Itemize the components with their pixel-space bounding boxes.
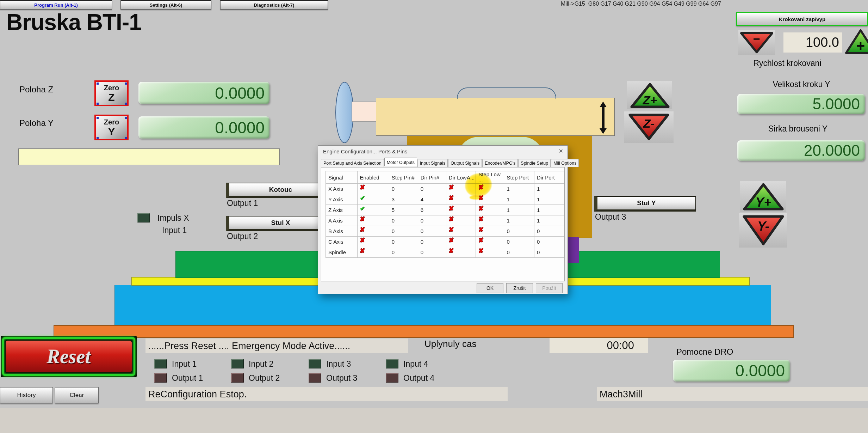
enabled-check-icon[interactable]: ✔ xyxy=(360,205,365,212)
toggle-cell[interactable]: ✘ xyxy=(357,237,389,247)
toggle-cell[interactable]: ✘ xyxy=(446,205,476,215)
jog-rate-plus-button[interactable]: + xyxy=(845,28,868,55)
tab-program-run[interactable]: Program Run (Alt-1) xyxy=(0,0,112,10)
z-plus-jog-button[interactable]: Z+ xyxy=(629,82,671,109)
apply-button[interactable]: Použít xyxy=(536,283,563,293)
stul-x-button[interactable]: Stul X xyxy=(226,216,333,231)
disabled-cross-icon[interactable]: ✘ xyxy=(449,216,454,222)
dialog-tab-motor-outputs[interactable]: Motor Outputs xyxy=(384,158,417,166)
disabled-cross-icon[interactable]: ✘ xyxy=(449,205,454,212)
history-button[interactable]: History xyxy=(0,387,53,403)
enabled-check-icon[interactable]: ✔ xyxy=(360,195,365,201)
table-row[interactable]: C Axis✘00✘✘00 xyxy=(326,237,564,247)
disabled-cross-icon[interactable]: ✘ xyxy=(449,195,454,201)
close-icon[interactable]: ✕ xyxy=(559,148,563,154)
disabled-cross-icon[interactable]: ✘ xyxy=(360,237,365,244)
output-led xyxy=(386,373,398,383)
disabled-cross-icon[interactable]: ✘ xyxy=(478,205,483,212)
disabled-cross-icon[interactable]: ✘ xyxy=(478,237,483,244)
dro-poloha-z[interactable]: 0.0000 xyxy=(138,82,269,104)
tab-diagnostics[interactable]: Diagnostics (Alt-7) xyxy=(220,0,328,10)
step-pin-cell: 0 xyxy=(389,237,418,247)
zero-y-button[interactable]: Zero Y xyxy=(94,115,129,140)
disabled-cross-icon[interactable]: ✘ xyxy=(478,248,483,254)
clear-button[interactable]: Clear xyxy=(55,387,99,403)
jog-rate-display[interactable]: 100.0 xyxy=(783,32,842,53)
toggle-cell[interactable]: ✘ xyxy=(476,247,504,258)
status-message-bar: ......Press Reset .... Emergency Mode Ac… xyxy=(145,339,408,353)
toggle-cell[interactable]: ✘ xyxy=(476,205,504,215)
dro-step-size[interactable]: 5.0000 xyxy=(737,94,865,114)
table-row[interactable]: Spindle✘00✘✘00 xyxy=(326,247,564,258)
table-row[interactable]: Z Axis✔56✘✘11 xyxy=(326,205,564,215)
disabled-cross-icon[interactable]: ✘ xyxy=(360,184,365,191)
toggle-cell[interactable]: ✘ xyxy=(446,226,476,237)
y-minus-jog-button[interactable]: Y- xyxy=(741,214,786,247)
elapsed-time-display: 00:00 xyxy=(550,338,648,353)
disabled-cross-icon[interactable]: ✘ xyxy=(449,226,454,233)
stul-y-button[interactable]: Stul Y xyxy=(594,196,696,212)
disabled-cross-icon[interactable]: ✘ xyxy=(449,248,454,254)
dialog-tab-port-setup-and-axis-selection[interactable]: Port Setup and Axis Selection xyxy=(321,159,384,167)
toggle-cell[interactable]: ✘ xyxy=(357,184,389,194)
toggle-cell[interactable]: ✘ xyxy=(446,184,476,194)
disabled-cross-icon[interactable]: ✘ xyxy=(478,184,483,191)
dialog-tab-mill-options[interactable]: Mill Options xyxy=(551,159,579,167)
table-row[interactable]: X Axis✘00✘✘11 xyxy=(326,184,564,194)
toggle-cell[interactable]: ✘ xyxy=(476,215,504,226)
aux-dro-label: Pomocne DRO xyxy=(676,347,733,357)
zero-z-button[interactable]: Zero Z xyxy=(94,80,129,106)
disabled-cross-icon[interactable]: ✘ xyxy=(478,195,483,201)
step-port-cell: 1 xyxy=(504,184,534,194)
dialog-tab-encoder-mpg-s[interactable]: Encoder/MPG's xyxy=(482,159,518,167)
y-plus-jog-button[interactable]: Y+ xyxy=(742,182,785,212)
table-row[interactable]: B Axis✘00✘✘00 xyxy=(326,226,564,237)
table-row[interactable]: A Axis✘00✘✘11 xyxy=(326,215,564,226)
dialog-tab-output-signals[interactable]: Output Signals xyxy=(448,159,482,167)
toggle-cell[interactable]: ✔ xyxy=(357,194,389,205)
disabled-cross-icon[interactable]: ✘ xyxy=(360,226,365,233)
disabled-cross-icon[interactable]: ✘ xyxy=(478,216,483,222)
svg-text:Y-: Y- xyxy=(757,219,769,233)
wheel-shaft-graphic xyxy=(352,102,380,122)
reset-button[interactable]: Reset xyxy=(1,336,137,377)
toggle-cell[interactable]: ✘ xyxy=(357,247,389,258)
jog-rate-minus-button[interactable]: − xyxy=(739,31,774,54)
toggle-cell[interactable]: ✘ xyxy=(446,194,476,205)
toggle-cell[interactable]: ✘ xyxy=(476,184,504,194)
toggle-cell[interactable]: ✘ xyxy=(476,194,504,205)
toggle-cell[interactable]: ✘ xyxy=(476,237,504,247)
toggle-cell[interactable]: ✘ xyxy=(446,237,476,247)
toggle-cell[interactable]: ✘ xyxy=(476,226,504,237)
output3-label: Output 3 xyxy=(595,212,626,222)
ok-button[interactable]: OK xyxy=(477,283,503,293)
tab-settings[interactable]: Settings (Alt-6) xyxy=(120,0,211,10)
toggle-cell[interactable]: ✘ xyxy=(357,226,389,237)
mdi-input-field[interactable] xyxy=(18,148,280,165)
disabled-cross-icon[interactable]: ✘ xyxy=(449,237,454,244)
cancel-button[interactable]: Zrušit xyxy=(506,283,533,293)
dro-grind-width[interactable]: 20.0000 xyxy=(737,140,865,161)
selection-corner-marks xyxy=(97,117,99,119)
kotouc-button[interactable]: Kotouc xyxy=(226,183,333,198)
toggle-cell[interactable]: ✔ xyxy=(357,205,389,215)
krokovani-toggle-button[interactable]: Krokovani zap/vyp xyxy=(736,12,868,26)
dir-port-cell: 1 xyxy=(534,205,564,215)
table-header-row: SignalEnabledStep Pin#Dir Pin#Dir LowA..… xyxy=(326,171,564,184)
toggle-cell[interactable]: ✘ xyxy=(357,215,389,226)
dro-poloha-y[interactable]: 0.0000 xyxy=(138,116,269,139)
disabled-cross-icon[interactable]: ✘ xyxy=(478,226,483,233)
toggle-cell[interactable]: ✘ xyxy=(446,215,476,226)
disabled-cross-icon[interactable]: ✘ xyxy=(360,216,365,222)
grinding-wheel-graphic xyxy=(335,82,354,143)
dro-pomocne[interactable]: 0.0000 xyxy=(673,360,790,382)
z-minus-jog-button[interactable]: Z- xyxy=(627,112,671,142)
table-row[interactable]: Y Axis✔34✘✘11 xyxy=(326,194,564,205)
selection-corner-marks xyxy=(97,83,99,85)
dialog-tab-spindle-setup[interactable]: Spindle Setup xyxy=(518,159,551,167)
disabled-cross-icon[interactable]: ✘ xyxy=(360,248,365,254)
active-gcode-modes: Mill->G15 G80 G17 G40 G21 G90 G94 G54 G4… xyxy=(561,1,721,7)
dialog-tab-input-signals[interactable]: Input Signals xyxy=(417,159,448,167)
toggle-cell[interactable]: ✘ xyxy=(446,247,476,258)
disabled-cross-icon[interactable]: ✘ xyxy=(449,184,454,191)
